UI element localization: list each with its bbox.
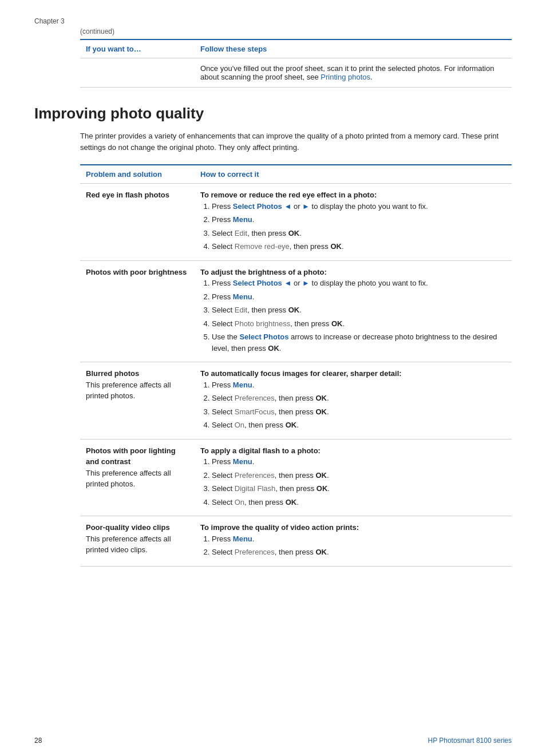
step-item: Select Digital Flash, then press OK. — [212, 483, 506, 494]
step-item: Press Menu. — [212, 379, 506, 391]
step-item: Select SmartFocus, then press OK. — [212, 406, 506, 418]
step-item: Select On, then press OK. — [212, 497, 506, 508]
top-table-cell-right: Once you've filled out the proof sheet, … — [195, 58, 512, 88]
preferences-ref: Preferences — [235, 548, 275, 556]
main-table-header-problem: Problem and solution — [80, 165, 195, 184]
ok-ref2: OK — [331, 319, 343, 328]
select-photos-ref: Select Photos ◄ — [233, 202, 291, 211]
problem-label: Photos with poor brightness — [86, 268, 187, 276]
main-table-header-solution: How to correct it — [195, 165, 512, 184]
ok-ref: OK — [288, 229, 300, 238]
solution-red-eye: To remove or reduce the red eye effect i… — [195, 184, 512, 261]
select-photos-ref: Select Photos ◄ — [233, 279, 291, 287]
photo-brightness-ref: Photo brightness — [235, 319, 291, 328]
preferences-ref: Preferences — [235, 471, 275, 480]
problem-label: Red eye in flash photos — [86, 191, 169, 199]
table-row: Photos with poor brightness To adjust th… — [80, 260, 512, 362]
solution-heading: To remove or reduce the red eye effect i… — [200, 191, 377, 199]
top-table-cell-left — [80, 58, 195, 88]
solution-heading: To apply a digital flash to a photo: — [200, 446, 321, 455]
solution-lighting: To apply a digital flash to a photo: Pre… — [195, 439, 512, 516]
menu-ref: Menu — [233, 215, 252, 224]
chapter-label: Chapter 3 — [34, 17, 512, 25]
steps-list: Press Menu. Select Preferences, then pre… — [200, 533, 506, 558]
ok-ref: OK — [288, 306, 300, 314]
problem-extra: This preference affects all printed phot… — [86, 469, 171, 489]
steps-list: Press Select Photos ◄ or ► to display th… — [200, 278, 506, 354]
printing-photos-link[interactable]: Printing photos — [321, 73, 370, 81]
step-item: Select Preferences, then press OK. — [212, 393, 506, 404]
steps-list: Press Menu. Select Preferences, then pre… — [200, 456, 506, 508]
ok-ref3: OK — [286, 421, 297, 429]
digital-flash-ref: Digital Flash — [235, 484, 276, 493]
top-table-wrapper: If you want to… Follow these steps Once … — [34, 39, 512, 88]
select-photos-ref2: Select Photos — [239, 333, 288, 341]
ok-ref: OK — [315, 394, 327, 402]
ok-ref: OK — [315, 471, 327, 480]
main-table: Problem and solution How to correct it R… — [80, 164, 512, 567]
solution-heading: To automatically focus images for cleare… — [200, 369, 402, 378]
section-title: Improving photo quality — [34, 105, 512, 122]
menu-ref: Menu — [233, 535, 252, 543]
preferences-ref: Preferences — [235, 394, 275, 402]
step-item: Select Preferences, then press OK. — [212, 547, 506, 558]
problem-label: Poor-quality video clips — [86, 523, 170, 532]
footer-brand: HP Photosmart 8100 series — [428, 737, 512, 745]
menu-ref: Menu — [233, 457, 252, 466]
problem-extra: This preference affects all printed vide… — [86, 535, 171, 555]
ok-ref2: OK — [330, 242, 342, 251]
top-table-header-col2: Follow these steps — [195, 39, 512, 58]
step-item: Press Select Photos ◄ or ► to display th… — [212, 201, 506, 212]
solution-heading: To adjust the brightness of a photo: — [200, 268, 327, 276]
footer: 28 HP Photosmart 8100 series — [34, 737, 512, 745]
table-row: Red eye in flash photos To remove or red… — [80, 184, 512, 261]
on-ref: On — [235, 498, 244, 506]
continued-label: (continued) — [34, 27, 512, 35]
edit-ref: Edit — [235, 306, 247, 314]
problem-lighting: Photos with poor lighting and contrast T… — [80, 439, 195, 516]
on-ref: On — [235, 421, 244, 429]
smartfocus-ref: SmartFocus — [235, 407, 275, 416]
table-row: Once you've filled out the proof sheet, … — [80, 58, 512, 88]
page: Chapter 3 (continued) If you want to… Fo… — [0, 0, 546, 756]
solution-video: To improve the quality of video action p… — [195, 516, 512, 567]
table-row: Photos with poor lighting and contrast T… — [80, 439, 512, 516]
problem-extra: This preference affects all printed phot… — [86, 381, 171, 401]
step-item: Select Photo brightness, then press OK. — [212, 318, 506, 330]
step-item: Press Select Photos ◄ or ► to display th… — [212, 278, 506, 289]
solution-blurred: To automatically focus images for cleare… — [195, 362, 512, 440]
ok-ref3: OK — [286, 498, 297, 506]
step-item: Press Menu. — [212, 214, 506, 225]
menu-ref: Menu — [233, 381, 252, 389]
step-item: Select Preferences, then press OK. — [212, 470, 506, 481]
steps-list: Press Menu. Select Preferences, then pre… — [200, 379, 506, 431]
table-row: Poor-quality video clips This preference… — [80, 516, 512, 567]
footer-page-number: 28 — [34, 737, 42, 745]
problem-blurred: Blurred photos This preference affects a… — [80, 362, 195, 440]
main-table-wrapper: Problem and solution How to correct it R… — [34, 164, 512, 567]
solution-brightness: To adjust the brightness of a photo: Pre… — [195, 260, 512, 362]
ok-ref: OK — [315, 548, 327, 556]
problem-video: Poor-quality video clips This preference… — [80, 516, 195, 567]
remove-red-eye-ref: Remove red-eye — [235, 242, 290, 251]
ok-ref2: OK — [316, 484, 328, 493]
section-intro: The printer provides a variety of enhanc… — [34, 130, 512, 153]
step-item: Use the Select Photos arrows to increase… — [212, 331, 506, 354]
problem-label: Blurred photos — [86, 369, 139, 378]
step-item: Select Edit, then press OK. — [212, 304, 506, 316]
step-item: Select Edit, then press OK. — [212, 228, 506, 239]
ok-ref2: OK — [315, 407, 327, 416]
step-item: Press Menu. — [212, 533, 506, 545]
solution-heading: To improve the quality of video action p… — [200, 523, 359, 532]
problem-brightness: Photos with poor brightness — [80, 260, 195, 362]
top-table-header-col1: If you want to… — [80, 39, 195, 58]
step-item: Select Remove red-eye, then press OK. — [212, 241, 506, 252]
table-row: Blurred photos This preference affects a… — [80, 362, 512, 440]
problem-red-eye: Red eye in flash photos — [80, 184, 195, 261]
step-item: Press Menu. — [212, 456, 506, 468]
step-item: Press Menu. — [212, 291, 506, 303]
ok-ref3: OK — [268, 344, 279, 353]
problem-label: Photos with poor lighting and contrast — [86, 446, 176, 466]
continuation-table: If you want to… Follow these steps Once … — [80, 39, 512, 88]
steps-list: Press Select Photos ◄ or ► to display th… — [200, 201, 506, 252]
